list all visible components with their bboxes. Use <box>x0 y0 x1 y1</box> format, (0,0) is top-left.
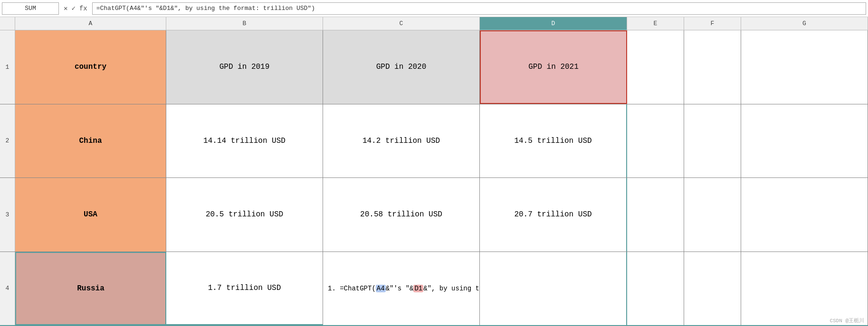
column-headers: A B C D E F G <box>0 17 868 30</box>
cell-c4[interactable]: 1. =ChatGPT(A4&"'s "&D1&", by using the … <box>323 252 480 326</box>
row-num-3: 3 <box>0 178 15 251</box>
cell-a2[interactable]: China <box>15 104 166 178</box>
cell-b3[interactable]: 20.5 trillion USD <box>166 178 323 251</box>
cancel-icon[interactable]: ✕ <box>64 4 67 12</box>
cell-f3[interactable] <box>684 178 741 251</box>
cell-d4[interactable] <box>480 252 627 326</box>
col-header-b[interactable]: B <box>166 17 323 30</box>
spreadsheet: A B C D E F G 1 country GPD in 2019 GPD … <box>0 17 868 326</box>
row-num-4: 4 <box>0 252 15 326</box>
cell-g1[interactable] <box>741 30 868 104</box>
formula-input[interactable] <box>92 2 866 15</box>
col-header-c[interactable]: C <box>323 17 480 30</box>
cell-b2[interactable]: 14.14 trillion USD <box>166 104 323 178</box>
watermark: CSDN @王栀川 <box>830 317 864 324</box>
cell-d1[interactable]: GPD in 2021 <box>480 30 627 104</box>
formula-mid: &"'s "& <box>386 285 414 292</box>
table-row: 2 China 14.14 trillion USD 14.2 trillion… <box>0 104 868 178</box>
cell-c1[interactable]: GPD in 2020 <box>323 30 480 104</box>
cell-b1[interactable]: GPD in 2019 <box>166 30 323 104</box>
cell-b4[interactable]: 1.7 trillion USD <box>166 252 323 326</box>
cell-a1[interactable]: country <box>15 30 166 104</box>
table-row: 3 USA 20.5 trillion USD 20.58 trillion U… <box>0 178 868 252</box>
col-header-a[interactable]: A <box>15 17 166 30</box>
fx-icon[interactable]: fx <box>79 5 87 12</box>
cell-c3[interactable]: 20.58 trillion USD <box>323 178 480 251</box>
cell-c2[interactable]: 14.2 trillion USD <box>323 104 480 178</box>
table-row: 1 country GPD in 2019 GPD in 2020 GPD in… <box>0 30 868 104</box>
cell-d2[interactable]: 14.5 trillion USD <box>480 104 627 178</box>
cell-e2[interactable] <box>627 104 684 178</box>
cell-e4[interactable] <box>627 252 684 326</box>
cell-g3[interactable] <box>741 178 868 251</box>
cell-f4[interactable] <box>684 252 741 326</box>
col-header-g[interactable]: G <box>741 17 868 30</box>
cell-d3[interactable]: 20.7 trillion USD <box>480 178 627 251</box>
col-header-f[interactable]: F <box>684 17 741 30</box>
col-header-e[interactable]: E <box>627 17 684 30</box>
cell-g2[interactable] <box>741 104 868 178</box>
ref-a4: A4 <box>376 285 386 292</box>
cell-e1[interactable] <box>627 30 684 104</box>
col-header-d[interactable]: D <box>480 17 627 30</box>
confirm-icon[interactable]: ✓ <box>71 4 75 12</box>
cell-f1[interactable] <box>684 30 741 104</box>
ref-d1: D1 <box>413 285 423 292</box>
formula-icons: ✕ ✓ fx <box>61 4 90 12</box>
cell-g4[interactable] <box>741 252 868 326</box>
rows-container: 1 country GPD in 2019 GPD in 2020 GPD in… <box>0 30 868 326</box>
row-num-header-spacer <box>0 17 15 30</box>
name-box[interactable]: SUM <box>2 2 59 15</box>
row-num-1: 1 <box>0 30 15 104</box>
cell-f2[interactable] <box>684 104 741 178</box>
cell-a3[interactable]: USA <box>15 178 166 251</box>
cell-a4[interactable]: Russia <box>15 252 166 326</box>
formula-prefix: 1. =ChatGPT( <box>328 285 376 292</box>
row-num-2: 2 <box>0 104 15 178</box>
cell-e3[interactable] <box>627 178 684 251</box>
formula-bar: SUM ✕ ✓ fx <box>0 0 868 17</box>
table-row: 4 Russia 1.7 trillion USD 1. =ChatGPT(A4… <box>0 252 868 326</box>
